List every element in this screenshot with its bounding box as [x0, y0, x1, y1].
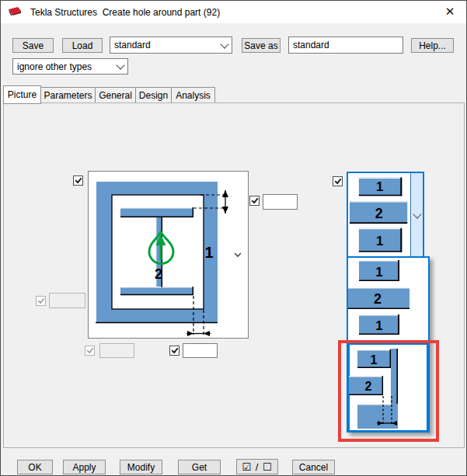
- window-title: Tekla Structures Create hole around part…: [30, 7, 220, 18]
- settings-combo[interactable]: standard: [110, 36, 232, 54]
- hole-shape-picture-combo[interactable]: 1 2: [88, 171, 249, 339]
- bar-label: 1: [376, 179, 383, 194]
- bottom-right-input[interactable]: [183, 343, 218, 358]
- hole-type-options: 1 2 1: [348, 258, 428, 431]
- hole-type-checkbox[interactable]: [333, 176, 343, 186]
- bar-label: 2: [365, 380, 372, 393]
- modify-button[interactable]: Modify: [120, 460, 162, 474]
- ignore-types-combo[interactable]: ignore other types: [12, 58, 128, 75]
- settings-combo-value: standard: [114, 40, 221, 50]
- hole-type-option-2-selected[interactable]: 1 2: [349, 344, 427, 431]
- tab-general[interactable]: General: [95, 87, 136, 103]
- settings-name-input[interactable]: [288, 36, 403, 54]
- apply-button[interactable]: Apply: [63, 460, 106, 474]
- combo-scroll-strip[interactable]: [410, 173, 423, 257]
- hole-cross-section-diagram: 1 2: [89, 172, 248, 338]
- tab-picture[interactable]: Picture: [3, 85, 41, 104]
- bottom-left-input: [99, 343, 134, 358]
- bottom-right-checkbox[interactable]: [169, 346, 179, 356]
- bar-label: 1: [376, 234, 383, 248]
- tekla-logo-icon: [8, 6, 23, 19]
- bar-label: 2: [374, 291, 382, 307]
- hole-side-label: 1: [204, 244, 213, 261]
- bar-label: 1: [371, 353, 378, 367]
- ignore-types-combo-value: ignore other types: [17, 61, 117, 72]
- chevron-down-icon[interactable]: [235, 253, 241, 256]
- close-icon[interactable]: ✕: [438, 2, 462, 21]
- top-offset-input[interactable]: [263, 194, 298, 210]
- save-as-button[interactable]: Save as: [242, 38, 281, 53]
- hole-type-option-1[interactable]: 1 2 1: [348, 260, 409, 335]
- picture-tab-content: 1 2: [3, 102, 465, 448]
- bar-label: 1: [375, 265, 382, 280]
- load-button[interactable]: Load: [62, 38, 103, 53]
- bottom-left-checkbox: [85, 346, 95, 356]
- main-picture-checkbox[interactable]: [73, 175, 83, 186]
- bar-label: 2: [375, 206, 383, 221]
- ok-button[interactable]: OK: [17, 460, 53, 474]
- left-offset-input: [49, 293, 85, 308]
- titlebar: Tekla Structures Create hole around part…: [1, 1, 466, 23]
- toggle-all-checkboxes-button[interactable]: ☑ / ☐: [236, 459, 278, 474]
- hole-type-selected-option: 1 2 1: [348, 173, 410, 257]
- tab-design[interactable]: Design: [135, 87, 172, 103]
- left-offset-checkbox: [36, 296, 46, 306]
- get-button[interactable]: Get: [178, 460, 221, 474]
- tab-parameters[interactable]: Parameters: [40, 87, 96, 103]
- top-offset-checkbox[interactable]: [249, 196, 260, 206]
- bar-label: 1: [375, 318, 382, 333]
- save-button[interactable]: Save: [12, 38, 54, 53]
- tab-analysis[interactable]: Analysis: [171, 87, 215, 103]
- chevron-down-icon: [413, 210, 421, 218]
- help-button[interactable]: Help...: [411, 38, 454, 53]
- chevron-down-icon: [116, 61, 124, 69]
- dialog-create-hole-around-part: Tekla Structures Create hole around part…: [0, 0, 467, 476]
- chevron-down-icon: [220, 40, 228, 48]
- hole-type-picture-combo[interactable]: 1 2 1: [347, 172, 424, 259]
- web-label: 2: [155, 266, 162, 282]
- up-direction-icon: [149, 232, 173, 264]
- hole-type-dropdown-list: 1 2 1: [347, 256, 430, 433]
- cancel-button[interactable]: Cancel: [292, 460, 335, 474]
